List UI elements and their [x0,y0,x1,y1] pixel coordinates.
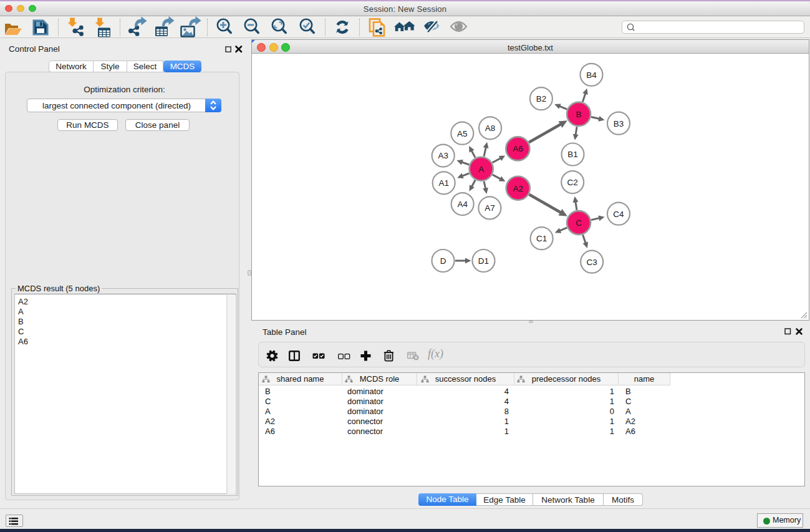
svg-text:D1: D1 [478,256,489,266]
svg-text:A4: A4 [457,200,468,209]
svg-text:C: C [576,218,582,228]
svg-text:C1: C1 [536,234,547,243]
svg-text:C4: C4 [613,210,624,219]
svg-text:B1: B1 [567,150,578,159]
svg-text:C2: C2 [567,178,578,187]
svg-text:B3: B3 [614,119,624,128]
svg-text:A7: A7 [485,203,495,213]
svg-text:B2: B2 [536,94,547,104]
svg-text:D: D [440,256,446,266]
svg-text:B4: B4 [586,70,597,80]
svg-text:B: B [576,110,582,119]
svg-text:A: A [478,165,484,174]
svg-text:C3: C3 [587,258,597,267]
svg-text:A1: A1 [438,178,449,188]
svg-text:A6: A6 [513,144,523,153]
svg-text:A5: A5 [457,129,468,138]
svg-text:A3: A3 [438,151,448,160]
svg-text:A8: A8 [485,123,496,133]
svg-text:A2: A2 [513,184,524,193]
